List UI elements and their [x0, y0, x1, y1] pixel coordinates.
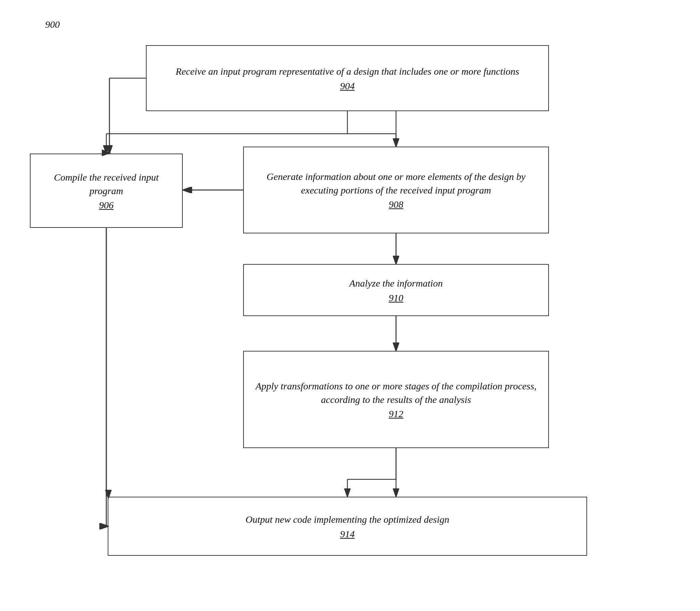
- box-914-text: Output new code implementing the optimiz…: [246, 513, 449, 526]
- box-908-text: Generate information about one or more e…: [253, 170, 540, 197]
- box-914-id: 914: [340, 529, 355, 540]
- box-910: Analyze the information 910: [243, 264, 549, 316]
- box-906-id: 906: [99, 200, 114, 211]
- box-912-id: 912: [389, 408, 403, 420]
- diagram-label: 900: [45, 19, 60, 30]
- box-904: Receive an input program representative …: [146, 45, 549, 111]
- box-914: Output new code implementing the optimiz…: [108, 497, 587, 556]
- box-908: Generate information about one or more e…: [243, 147, 549, 233]
- box-912-text: Apply transformations to one or more sta…: [253, 379, 540, 406]
- box-910-text: Analyze the information: [349, 276, 443, 290]
- box-904-id: 904: [340, 81, 355, 92]
- box-906: Compile the received input program 906: [30, 154, 183, 228]
- diagram-container: 900 Receive an input program representat…: [0, 0, 700, 611]
- box-904-text: Receive an input program representative …: [176, 65, 519, 78]
- box-910-id: 910: [389, 292, 403, 304]
- box-912: Apply transformations to one or more sta…: [243, 351, 549, 448]
- box-908-id: 908: [389, 199, 403, 210]
- box-906-text: Compile the received input program: [39, 171, 173, 198]
